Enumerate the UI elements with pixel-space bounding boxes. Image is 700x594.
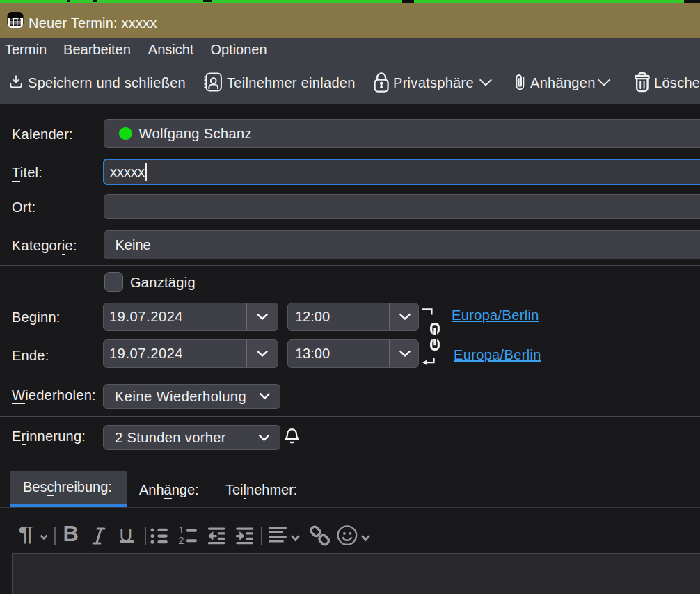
svg-text:2: 2 — [178, 535, 184, 545]
